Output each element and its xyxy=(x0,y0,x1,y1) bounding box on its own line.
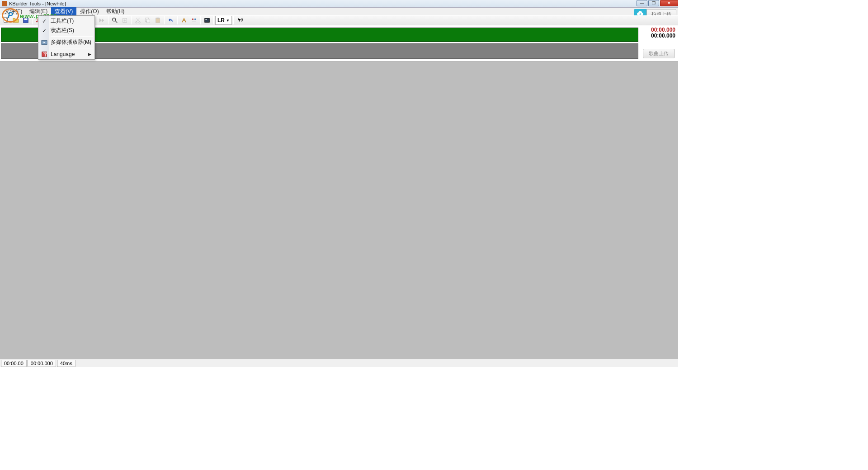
menu-item-toolbar[interactable]: ✓ 工具栏(T) xyxy=(39,16,94,26)
new-file-button[interactable] xyxy=(1,16,11,25)
title-bar: KBuilder Tools - [NewFile] — ❐ ✕ xyxy=(0,0,678,8)
svg-rect-11 xyxy=(146,19,150,23)
language-icon: 字 xyxy=(41,51,48,58)
menu-separator xyxy=(51,48,93,48)
svg-text:字: 字 xyxy=(43,51,48,56)
status-cell-ms: 40ms xyxy=(57,360,75,367)
submenu-arrow-icon: ▶ xyxy=(88,52,91,56)
svg-rect-13 xyxy=(156,18,159,19)
track-area: 00:00.000 00:00.000 歌曲上传 xyxy=(0,25,678,61)
menu-view[interactable]: 查看(V) xyxy=(51,7,76,16)
lr-selector[interactable]: LR▼ xyxy=(215,16,232,25)
goto-button xyxy=(120,16,130,25)
toolbar: LR▼ ? xyxy=(0,15,678,25)
menu-item-language[interactable]: 字 Language ▶ xyxy=(39,49,94,59)
tool-b-button[interactable] xyxy=(189,16,199,25)
minimize-button[interactable]: — xyxy=(637,0,647,6)
main-canvas[interactable] xyxy=(0,61,678,359)
help-pointer-button[interactable]: ? xyxy=(235,16,245,25)
svg-text:?: ? xyxy=(241,18,243,23)
menu-bar: 文件(F) 编辑(E) 查看(V) 操作(O) 帮助(H) xyxy=(0,8,678,15)
track-lane-1[interactable] xyxy=(1,28,638,42)
window-controls: — ❐ ✕ xyxy=(636,0,678,7)
svg-rect-2 xyxy=(24,19,28,20)
time-display: 00:00.000 00:00.000 xyxy=(651,27,675,39)
status-bar: 00:00.00 00:00.000 40ms xyxy=(0,359,678,367)
svg-point-14 xyxy=(192,19,194,20)
svg-point-15 xyxy=(194,19,196,20)
copy-button xyxy=(143,16,153,25)
open-file-button[interactable] xyxy=(11,16,21,25)
chevron-down-icon: ▼ xyxy=(226,19,230,23)
status-cell-time2: 00:00.000 xyxy=(28,360,56,367)
tool-a-button[interactable] xyxy=(179,16,189,25)
restore-button[interactable]: ❐ xyxy=(648,0,659,6)
find-button[interactable] xyxy=(110,16,120,25)
menu-item-statusbar[interactable]: ✓ 状态栏(S) xyxy=(39,26,94,35)
paste-button xyxy=(153,16,163,25)
cut-button xyxy=(133,16,143,25)
menu-item-mediaplayer[interactable]: 多媒体播放器(M) F5 xyxy=(39,38,94,47)
tool-c-button[interactable] xyxy=(202,16,212,25)
svg-rect-17 xyxy=(206,19,207,20)
status-cell-time1: 00:00.00 xyxy=(1,360,27,367)
menu-edit[interactable]: 编辑(E) xyxy=(26,7,51,16)
window-title: KBuilder Tools - [NewFile] xyxy=(9,1,66,6)
media-player-icon xyxy=(41,39,48,46)
menu-help[interactable]: 帮助(H) xyxy=(103,7,128,16)
check-icon: ✓ xyxy=(41,27,48,34)
app-icon xyxy=(2,1,7,6)
view-dropdown-menu: ✓ 工具栏(T) ✓ 状态栏(S) 多媒体播放器(M) F5 字 Languag… xyxy=(38,15,95,60)
save-button[interactable] xyxy=(21,16,31,25)
track-lane-2[interactable] xyxy=(1,43,638,59)
time-total: 00:00.000 xyxy=(651,33,675,39)
svg-point-6 xyxy=(113,18,116,21)
undo-button[interactable] xyxy=(166,16,176,25)
shortcut-label: F5 xyxy=(85,40,90,45)
svg-rect-16 xyxy=(205,19,210,23)
check-icon: ✓ xyxy=(41,18,48,25)
menu-operate[interactable]: 操作(O) xyxy=(76,7,102,16)
song-upload-button[interactable]: 歌曲上传 xyxy=(643,49,675,58)
menu-file[interactable]: 文件(F) xyxy=(1,7,26,16)
close-button[interactable]: ✕ xyxy=(660,0,678,6)
svg-rect-0 xyxy=(4,18,8,23)
menu-separator xyxy=(51,36,93,37)
forward-button xyxy=(97,16,107,25)
